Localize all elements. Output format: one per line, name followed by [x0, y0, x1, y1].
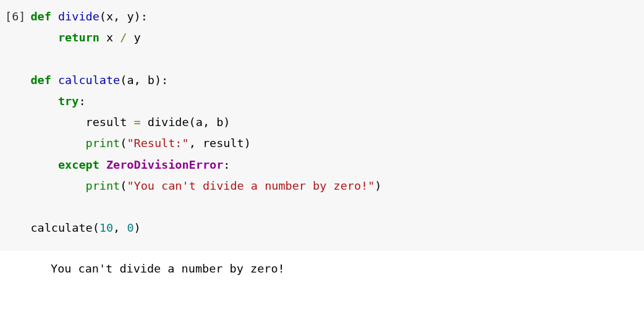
code-block[interactable]: def divide(x, y): return x / y def calcu… [30, 6, 381, 239]
execution-count: [6] [5, 6, 30, 239]
output-prompt [5, 258, 33, 279]
input-area: [6] def divide(x, y): return x / y def c… [0, 0, 644, 251]
cell-output: You can't divide a number by zero! [33, 258, 285, 279]
output-area: You can't divide a number by zero! [0, 251, 644, 284]
notebook-cell: [6] def divide(x, y): return x / y def c… [0, 0, 644, 285]
